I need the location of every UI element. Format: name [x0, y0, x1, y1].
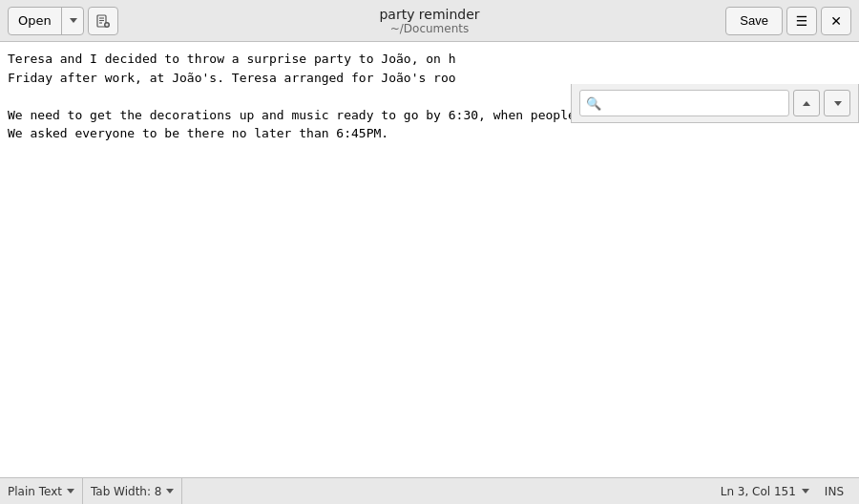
search-bar: 🔍 — [571, 84, 859, 123]
document-path: ~/Documents — [379, 22, 479, 35]
open-button[interactable]: Open — [8, 7, 84, 35]
line-col-indicator: Ln 3, Col 151 — [713, 485, 817, 498]
search-input-wrap: 🔍 — [579, 90, 789, 116]
titlebar-center: party reminder ~/Documents — [379, 7, 479, 35]
search-previous-button[interactable] — [793, 90, 820, 116]
close-button[interactable]: ✕ — [821, 7, 851, 35]
titlebar-right: Save ☰ ✕ — [725, 7, 851, 35]
ln-col-dropdown-icon — [802, 489, 809, 494]
new-button[interactable] — [88, 7, 118, 35]
search-next-button[interactable] — [824, 90, 850, 116]
titlebar: Open party reminder ~/Documents Save ☰ — [0, 0, 859, 42]
plain-text-selector[interactable]: Plain Text — [8, 478, 83, 504]
titlebar-left: Open — [8, 7, 118, 35]
tab-width-label: Tab Width: 8 — [91, 485, 161, 498]
save-button[interactable]: Save — [725, 7, 783, 35]
plain-text-label: Plain Text — [8, 485, 62, 498]
ln-col-label: Ln 3, Col 151 — [721, 485, 796, 498]
search-icon: 🔍 — [586, 96, 601, 111]
ins-label: INS — [825, 485, 844, 498]
chevron-up-icon — [803, 101, 810, 106]
ins-indicator: INS — [817, 485, 851, 498]
hamburger-icon: ☰ — [796, 13, 808, 29]
new-file-icon — [96, 14, 110, 28]
chevron-down-icon — [70, 18, 77, 23]
document-title: party reminder — [379, 7, 479, 22]
open-dropdown-arrow[interactable] — [62, 8, 83, 34]
statusbar: Plain Text Tab Width: 8 Ln 3, Col 151 IN… — [0, 477, 859, 504]
plain-text-dropdown-icon — [67, 489, 74, 494]
tab-width-selector[interactable]: Tab Width: 8 — [83, 478, 182, 504]
close-icon: ✕ — [830, 13, 842, 29]
open-label[interactable]: Open — [9, 8, 62, 34]
search-input[interactable] — [605, 96, 777, 111]
chevron-down-icon — [834, 101, 842, 106]
menu-button[interactable]: ☰ — [786, 7, 817, 35]
tab-width-dropdown-icon — [166, 489, 174, 494]
